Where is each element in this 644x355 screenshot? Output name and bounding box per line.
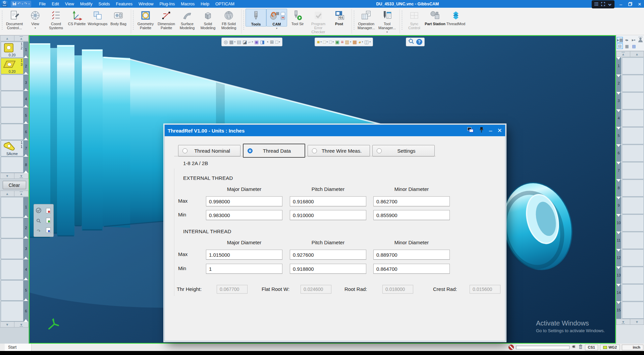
toolbar-icon[interactable]: □ xyxy=(323,39,326,45)
toolbar-icon[interactable]: ⌐ xyxy=(248,39,251,45)
tile-slot-11[interactable]: 11 xyxy=(616,232,644,249)
undo-icon[interactable]: ↶ xyxy=(17,1,21,7)
tool-slot-number[interactable]: 3 xyxy=(23,74,29,91)
toolbar-icon[interactable]: □ xyxy=(275,39,278,45)
help-icon[interactable]: ? xyxy=(416,39,422,45)
scroll-top-icon[interactable]: ▲ xyxy=(14,36,28,41)
tab-settings[interactable]: Settings xyxy=(372,145,435,156)
page-red-icon[interactable] xyxy=(46,208,51,213)
external-min-major-diameter-field[interactable] xyxy=(206,210,282,220)
apps-grid-icon[interactable] xyxy=(594,1,598,7)
process-flow-icon[interactable]: ▸▦ xyxy=(617,37,623,43)
drag-handle-icon[interactable] xyxy=(132,10,134,31)
toolbar-icon[interactable]: ■ xyxy=(317,39,320,45)
tile-slot-number[interactable]: 15 xyxy=(616,302,621,319)
external-max-minor-diameter-field[interactable] xyxy=(373,196,450,206)
tile-slot-14[interactable]: 14 xyxy=(616,284,644,301)
tab-radio-icon[interactable] xyxy=(377,148,382,153)
dropdown-caret-icon[interactable]: ▾ xyxy=(252,41,253,43)
page-blue-icon[interactable] xyxy=(46,227,51,233)
close-icon[interactable]: × xyxy=(637,1,643,8)
dropdown-caret-icon[interactable]: ▾ xyxy=(35,27,36,30)
tile-slot-1[interactable]: 1 xyxy=(616,57,644,74)
scroll-bottom-icon[interactable]: ▼ xyxy=(14,173,28,179)
scroll-bottom-icon[interactable]: ▼ xyxy=(14,322,28,327)
tool-slot-3[interactable]: 3 xyxy=(0,74,29,91)
fullscreen-icon[interactable] xyxy=(601,1,605,7)
tool-slot-8[interactable]: 8 xyxy=(0,156,29,173)
toolbar-icon[interactable]: ▣ xyxy=(254,39,259,45)
toolbar-icon[interactable]: ◕ xyxy=(358,39,361,45)
tile-slot-number[interactable]: 5 xyxy=(616,127,621,144)
menu-solids[interactable]: Solids xyxy=(96,1,113,7)
ribbon-button-document-control[interactable]: Document Control... xyxy=(4,9,25,30)
tool-slot-2[interactable]: 130.202 xyxy=(0,58,29,74)
toolbar-icon[interactable]: ◫ xyxy=(364,39,369,45)
operation-slot-5[interactable]: 5 xyxy=(0,280,29,301)
ribbon-button-solid-modeling[interactable]: Solid Modeling xyxy=(198,9,218,30)
tool-slot-number[interactable]: 7 xyxy=(23,140,29,156)
tool-slot-number[interactable]: 2 xyxy=(23,58,29,74)
tile-slot-12[interactable]: 12 xyxy=(616,249,644,266)
ribbon-button-surface-modeling[interactable]: Surface Modeling xyxy=(177,9,198,30)
tile-slot-6[interactable]: 6 xyxy=(616,144,644,162)
external-min-minor-diameter-field[interactable] xyxy=(373,210,450,220)
tile-slot-8[interactable]: 8 xyxy=(616,179,644,197)
operation-slot-number[interactable]: 5 xyxy=(23,280,29,301)
page-green-icon[interactable] xyxy=(46,218,51,223)
process-flow-icon[interactable]: ▸▪ xyxy=(631,37,636,43)
toolbar-icon[interactable]: ▦ xyxy=(229,39,233,45)
scroll-down-icon[interactable]: ▼ xyxy=(0,322,14,327)
dropdown-caret-icon[interactable]: ▾ xyxy=(320,41,322,43)
tile-slot-9[interactable]: 9 xyxy=(616,197,644,214)
tile-slot-number[interactable]: 2 xyxy=(616,75,621,92)
toolbar-icon[interactable]: ⊞ xyxy=(270,39,274,45)
ribbon-button-threadmod[interactable]: ThreadMod xyxy=(445,9,466,26)
toolbar-icon[interactable]: □ xyxy=(329,39,332,45)
menu-file[interactable]: File xyxy=(36,1,49,7)
tile-slot-number[interactable]: 14 xyxy=(616,284,621,301)
tile-slot-3[interactable]: 3 xyxy=(616,92,644,109)
ribbon-button-dimension-palette[interactable]: Dimension Palette xyxy=(156,9,177,30)
tile-slot-number[interactable]: 4 xyxy=(616,110,621,127)
drag-handle-icon[interactable] xyxy=(353,10,355,31)
ribbon-button-cs-palette[interactable]: CS Palette xyxy=(66,9,87,26)
scroll-down-icon[interactable]: ▼ xyxy=(0,173,14,179)
internal-min-pitch-diameter-field[interactable] xyxy=(290,264,366,274)
check-circle-icon[interactable] xyxy=(36,208,41,214)
redo-icon[interactable]: ↷ xyxy=(24,1,28,7)
ribbon-button-fb-solid-modeling[interactable]: FB Solid Modeling xyxy=(218,9,239,30)
tile-slot-number[interactable]: 3 xyxy=(616,92,621,109)
ribbon-button-tools[interactable]: Tools xyxy=(246,9,266,27)
clear-button[interactable]: Clear xyxy=(3,181,26,189)
toolbar-icon[interactable]: ◪ xyxy=(243,39,247,45)
ribbon-button-post[interactable]: G1Post xyxy=(329,9,350,26)
person-icon[interactable] xyxy=(638,37,643,43)
tool-slot-number[interactable]: 1 xyxy=(23,42,29,58)
menu-plug-ins[interactable]: Plug-Ins xyxy=(156,1,178,7)
tab-thread-nominal[interactable]: Thread Nominal xyxy=(178,145,240,156)
scroll-bottom-icon[interactable]: ▼ xyxy=(616,319,630,324)
ribbon-button-workgroups[interactable]: Workgroups xyxy=(87,9,108,26)
toolbar-icon[interactable]: ▥ xyxy=(345,39,349,45)
tab-radio-icon[interactable] xyxy=(248,148,253,153)
tile-slot-number[interactable]: 9 xyxy=(616,197,621,214)
external-max-pitch-diameter-field[interactable] xyxy=(290,196,366,206)
tile-slot-5[interactable]: 5 xyxy=(616,127,644,144)
tile-slot-15[interactable]: 15 xyxy=(616,301,644,319)
tile-slot-number[interactable]: 7 xyxy=(616,162,621,179)
toolbar-icon[interactable]: ◨ xyxy=(260,39,264,45)
external-min-pitch-diameter-field[interactable] xyxy=(290,210,366,220)
balloon-icon[interactable] xyxy=(281,12,285,16)
scroll-top-icon[interactable]: ▲ xyxy=(616,51,630,57)
menu-features[interactable]: Features xyxy=(113,1,136,7)
window-switch-icon[interactable] xyxy=(467,127,474,134)
operation-slot-2[interactable]: 2 xyxy=(0,217,29,238)
toolbar-icon[interactable]: ▦ xyxy=(353,39,357,45)
tile-slot-10[interactable]: 10 xyxy=(616,214,644,232)
operation-slot-number[interactable]: 2 xyxy=(23,218,29,238)
tab-thread-data[interactable]: Thread Data xyxy=(243,144,305,158)
start-tab[interactable]: Start xyxy=(5,344,32,351)
tab-radio-icon[interactable] xyxy=(312,148,317,153)
save-icon[interactable] xyxy=(12,1,16,7)
